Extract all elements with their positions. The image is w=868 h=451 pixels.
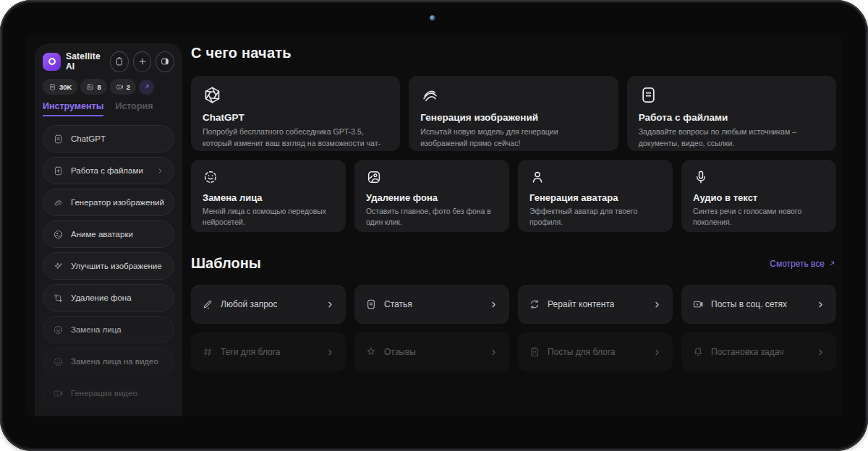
sidebar-item-label: ChatGPT xyxy=(71,134,106,143)
camera-dot xyxy=(430,15,435,21)
template-reviews[interactable]: Отзывы xyxy=(354,332,509,371)
card-description: Попробуй бесплатного собеседника GPT-3.5… xyxy=(203,126,388,151)
sidebar-item-bg-removal[interactable]: Удаление фона xyxy=(43,284,174,312)
template-label: Отзывы xyxy=(384,347,416,357)
tokens-badge-value: 30K xyxy=(59,83,72,91)
file-lines-icon xyxy=(48,83,56,91)
template-label: Статья xyxy=(384,299,412,309)
panel-toggle-button[interactable] xyxy=(156,51,174,72)
card-description: Меняй лица с помощью передовых нейросете… xyxy=(203,206,334,228)
hashtag-icon xyxy=(202,346,213,358)
sidebar-item-label: Замена лица xyxy=(71,325,122,334)
templates-grid: Любой запрос Статья Рерайт контента Пост… xyxy=(191,285,836,371)
sidebar-item-label: Улучшить изображение xyxy=(71,262,162,270)
card-avatar-generation[interactable]: Генерация аватара Эффектный аватар для т… xyxy=(518,160,673,232)
sidebar-item-enhance-image[interactable]: Улучшить изображение xyxy=(43,252,174,280)
sidebar-item-chatgpt[interactable]: ChatGPT xyxy=(43,125,174,153)
tab-history[interactable]: История xyxy=(115,101,153,116)
image-icon xyxy=(86,83,94,91)
sidebar-item-image-generator[interactable]: Генератор изображений xyxy=(43,189,174,216)
templates-header: Шаблоны Смотреть все xyxy=(191,255,836,272)
template-label: Посты в соц. сетях xyxy=(711,299,787,309)
tokens-badge: 30K xyxy=(43,79,77,95)
video-icon xyxy=(53,388,64,399)
videos-badge-value: 2 xyxy=(127,83,130,91)
card-chatgpt[interactable]: ChatGPT Попробуй бесплатного собеседника… xyxy=(191,76,400,151)
bell-icon xyxy=(692,346,704,358)
brand-name: Satellite AI xyxy=(66,51,106,72)
person-photo-icon xyxy=(366,169,382,185)
chevron-right-icon xyxy=(156,167,164,175)
sidebar-item-anime-avatars[interactable]: Аниме аватарки xyxy=(43,220,174,248)
page-title: С чего начать xyxy=(191,45,836,61)
video-icon xyxy=(692,298,704,310)
sun-logo-icon xyxy=(47,56,57,66)
card-title: Работа с файлами xyxy=(639,112,825,123)
small-cards-row: Замена лица Меняй лица с помощью передов… xyxy=(191,160,836,232)
arrow-up-right-icon xyxy=(143,83,150,90)
see-all-label: Смотреть все xyxy=(770,259,825,269)
card-title: Удаление фона xyxy=(366,192,498,203)
sidebar-item-2d-3d[interactable]: 2D в 3D xyxy=(43,411,174,416)
usage-badges: 30K 8 2 xyxy=(43,79,174,95)
chevron-right-icon xyxy=(652,348,662,357)
templates-title: Шаблоны xyxy=(191,255,261,272)
template-any-request[interactable]: Любой запрос xyxy=(191,285,346,324)
sidebar-item-label: Удаление фона xyxy=(71,293,132,302)
panel-toggle-icon xyxy=(160,56,170,66)
sidebar-item-label: Замена лица на видео xyxy=(71,357,158,366)
arrow-up-right-icon xyxy=(828,259,836,267)
swirl-icon xyxy=(53,197,64,208)
card-description: Задавайте вопросы по любым источникам – … xyxy=(639,126,825,150)
sidebar-item-label: Работа с файлами xyxy=(71,166,143,175)
tab-tools[interactable]: Инструменты xyxy=(43,101,103,116)
template-task-setting[interactable]: Постановка задач xyxy=(681,332,836,371)
face-icon xyxy=(53,325,64,335)
clipboard-button[interactable] xyxy=(110,51,129,72)
chevron-right-icon xyxy=(816,300,825,309)
chevron-right-icon xyxy=(326,300,335,309)
card-title: Замена лица xyxy=(203,192,334,203)
upgrade-button[interactable] xyxy=(139,80,154,95)
card-title: ChatGPT xyxy=(203,112,388,123)
sidebar-tabs: Инструменты История xyxy=(43,101,174,116)
swirl-icon xyxy=(420,85,440,105)
openai-logo-icon xyxy=(203,85,222,105)
face-icon xyxy=(53,356,64,367)
chevron-right-icon xyxy=(652,300,662,309)
images-badge: 8 xyxy=(80,79,106,95)
sidebar-item-label: Генератор изображений xyxy=(71,198,164,207)
sidebar-item-face-swap-video[interactable]: Замена лица на видео xyxy=(43,348,174,375)
avatar-photo-icon xyxy=(53,229,64,240)
chevron-right-icon xyxy=(326,348,335,357)
chevron-right-icon xyxy=(489,300,498,309)
template-label: Посты для блога xyxy=(548,347,616,357)
card-description: Испытай новую модель для генерации изобр… xyxy=(420,126,606,150)
template-article[interactable]: Статья xyxy=(354,285,509,324)
clipboard-lines-icon xyxy=(529,346,540,358)
template-blog-tags[interactable]: Теги для блога xyxy=(191,332,346,371)
see-all-link[interactable]: Смотреть все xyxy=(770,259,836,269)
card-image-generation[interactable]: Генерация изображений Испытай новую моде… xyxy=(409,76,618,151)
template-blog-posts[interactable]: Посты для блога xyxy=(518,332,673,371)
video-icon xyxy=(116,83,124,91)
crop-icon xyxy=(53,293,64,304)
card-files[interactable]: Работа с файлами Задавайте вопросы по лю… xyxy=(627,76,836,151)
template-social-posts[interactable]: Посты в соц. сетях xyxy=(681,285,836,324)
card-title: Генерация аватара xyxy=(529,192,661,203)
file-lines-icon xyxy=(639,85,658,105)
sidebar-item-video-generation[interactable]: Генерация видео xyxy=(43,379,174,407)
template-content-rewrite[interactable]: Рерайт контента xyxy=(518,285,673,324)
card-bg-removal[interactable]: Удаление фона Оставить главное, фото без… xyxy=(354,160,509,232)
sidebar-item-files[interactable]: Работа с файлами xyxy=(43,157,174,184)
card-title: Аудио в текст xyxy=(693,192,825,203)
template-label: Постановка задач xyxy=(711,347,783,357)
featured-cards-row: ChatGPT Попробуй бесплатного собеседника… xyxy=(191,76,836,151)
card-face-swap[interactable]: Замена лица Меняй лица с помощью передов… xyxy=(191,160,346,232)
card-audio-to-text[interactable]: Аудио в текст Синтез речи с голосами нов… xyxy=(681,160,836,232)
person-icon xyxy=(529,169,545,185)
sidebar-item-face-swap[interactable]: Замена лица xyxy=(43,316,174,343)
videos-badge: 2 xyxy=(110,79,136,95)
microphone-icon xyxy=(693,169,709,185)
new-chat-button[interactable] xyxy=(133,51,152,72)
